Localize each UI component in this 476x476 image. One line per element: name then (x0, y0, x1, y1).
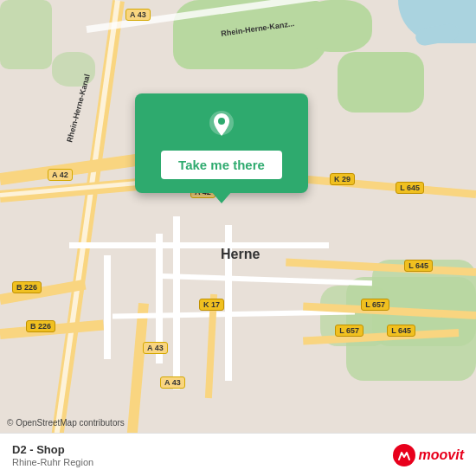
footer: D2 - Shop Rhine-Ruhr Region moovit (0, 433, 476, 476)
moovit-m-icon (393, 444, 415, 466)
road-badge-l657: L 657 (361, 299, 389, 311)
road-badge-l645-mid: L 645 (404, 260, 433, 272)
moovit-brand-text: moovit (419, 447, 464, 463)
road-badge-l645-bot: L 645 (387, 325, 415, 337)
road-badge-b226: B 226 (12, 281, 42, 293)
moovit-logo: moovit (393, 444, 464, 466)
road-badge-l657-2: L 657 (335, 325, 363, 337)
map-container: Herne A 42 A 42 A 43 A 43 A 43 B 226 B 2… (0, 0, 476, 433)
road-badge-a43-bottom2: A 43 (160, 376, 185, 389)
road-badge-k29: K 29 (330, 173, 355, 185)
popup-card: Take me there (135, 93, 308, 193)
road-badge-a43-top: A 43 (125, 9, 151, 21)
location-region: Rhine-Ruhr Region (12, 457, 93, 467)
road-badge-l645-top: L 645 (396, 182, 424, 194)
road-badge-k17: K 17 (199, 299, 224, 311)
svg-point-1 (218, 118, 225, 125)
location-name: D2 - Shop (12, 443, 93, 456)
take-me-there-button[interactable]: Take me there (161, 151, 282, 179)
osm-credit-map: © OpenStreetMap contributors (7, 418, 125, 428)
road-badge-a43-bottom: A 43 (143, 342, 168, 354)
road-badge-b226-2: B 226 (26, 320, 55, 332)
road-badge-a42-left: A 42 (48, 169, 73, 181)
location-pin-icon (206, 111, 237, 142)
